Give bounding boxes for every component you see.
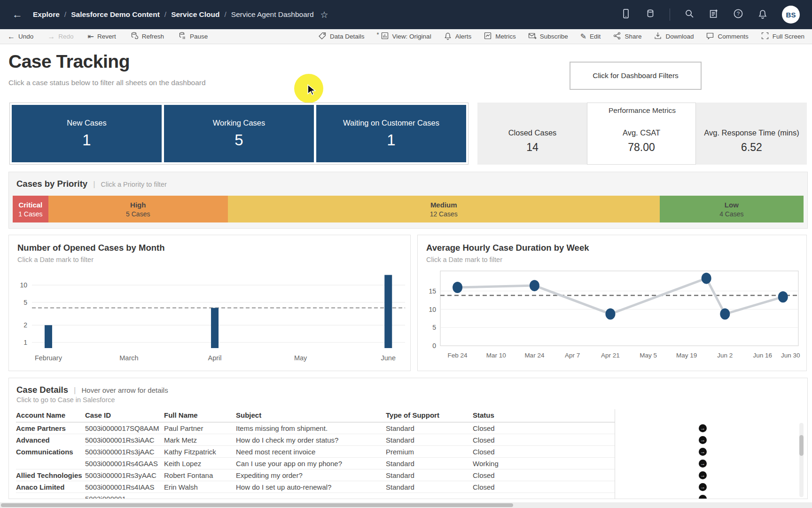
priority-segment-low[interactable]: Low4 Cases xyxy=(660,196,804,222)
cell-full-name: Erin Walsh xyxy=(164,481,236,493)
cell-case-id: 5003i000001Rs4IAAS xyxy=(85,481,164,493)
breadcrumb-project[interactable]: Salesforce Demo Content xyxy=(71,10,160,19)
svg-text:Jun 30: Jun 30 xyxy=(781,352,800,359)
cell-full-name: Keith Lopez xyxy=(164,458,236,469)
pause-icon xyxy=(178,32,187,41)
table-row[interactable]: Allied Technologies5003i000001Rs3yAACRob… xyxy=(16,469,798,481)
case-link-arrow-icon[interactable]: → xyxy=(699,460,707,468)
cell-type xyxy=(386,493,473,499)
case-link-arrow-icon[interactable]: → xyxy=(699,483,707,491)
card-value: 1 xyxy=(82,131,91,149)
notifications-bell-icon[interactable] xyxy=(757,8,768,21)
cell-status: Closed xyxy=(473,481,615,493)
priority-segment-high[interactable]: High5 Cases xyxy=(48,196,228,222)
download-button[interactable]: Download xyxy=(654,32,694,41)
data-details-button[interactable]: Data Details xyxy=(318,32,365,41)
point-jun-2[interactable] xyxy=(720,309,730,320)
svg-text:Jun 16: Jun 16 xyxy=(753,352,773,359)
bar-june[interactable] xyxy=(384,275,392,348)
case-link-arrow-icon[interactable]: → xyxy=(699,424,707,432)
dashboard-filters-button[interactable]: Click for Dashboard Filters xyxy=(570,62,702,90)
point-apr-21[interactable] xyxy=(605,309,615,320)
help-icon[interactable]: ? xyxy=(733,8,743,21)
data-source-icon[interactable] xyxy=(645,8,656,21)
svg-text:10: 10 xyxy=(20,281,27,289)
point-feb-24[interactable] xyxy=(453,282,462,293)
back-arrow-icon[interactable]: ← xyxy=(12,8,23,21)
svg-text:April: April xyxy=(208,354,222,362)
breadcrumb-workbook[interactable]: Service Cloud xyxy=(171,10,219,19)
cases-by-priority-panel: Cases by Priority | Click a Priority to … xyxy=(8,172,808,229)
case-duration-line-chart[interactable]: 051015Feb 24Mar 10Mar 24Apr 7Apr 21May 5… xyxy=(418,268,806,367)
point-may-26[interactable] xyxy=(702,273,711,284)
pencil-icon: ✎ xyxy=(580,33,586,40)
bar-february[interactable] xyxy=(45,325,52,348)
arrow-cell: → xyxy=(615,434,790,446)
col-account-name: Account Name xyxy=(16,409,85,422)
breadcrumb-separator: / xyxy=(225,10,226,19)
table-row[interactable]: Acme Partners5003i0000017SQ8AAMPaul Part… xyxy=(16,422,798,434)
refresh-button[interactable]: Refresh xyxy=(130,32,164,41)
breadcrumb-explore[interactable]: Explore xyxy=(33,10,60,19)
horizontal-scrollbar-thumb[interactable] xyxy=(1,503,513,507)
case-link-arrow-icon[interactable]: → xyxy=(699,436,707,444)
table-row[interactable]: 5003i000001Rs4GAASKeith LopezCan I use y… xyxy=(16,458,798,469)
point-jun-23[interactable] xyxy=(778,291,788,302)
table-vertical-scrollbar[interactable] xyxy=(799,423,804,497)
priority-segment-critical[interactable]: Critical1 Cases xyxy=(13,196,48,222)
comments-button[interactable]: Comments xyxy=(706,32,748,41)
cell-status: Closed xyxy=(473,422,615,434)
table-row[interactable]: 5003i000001...→ xyxy=(16,493,798,499)
full-screen-button[interactable]: Full Screen xyxy=(761,32,804,41)
cell-account: Advanced xyxy=(16,434,85,446)
undo-button[interactable]: ←Undo xyxy=(8,33,33,40)
breadcrumb-separator: / xyxy=(64,10,66,19)
table-scrollbar-thumb[interactable] xyxy=(799,435,804,456)
refresh-icon xyxy=(130,32,139,41)
pause-button[interactable]: Pause xyxy=(178,32,208,41)
svg-text:Mar 24: Mar 24 xyxy=(524,352,545,359)
case-link-arrow-icon[interactable]: → xyxy=(699,495,707,499)
cell-subject: How do I check my order status? xyxy=(236,434,386,446)
case-link-arrow-icon[interactable]: → xyxy=(699,448,707,456)
cell-status: Closed xyxy=(473,469,615,481)
whats-new-document-icon[interactable] xyxy=(709,8,719,21)
card-value: 5 xyxy=(234,131,243,149)
table-row[interactable]: Communications5003i000001Rs3jAACKathy Fi… xyxy=(16,446,798,458)
toolbar-right-group: Data Details *View: Original Alerts Metr… xyxy=(318,32,804,41)
search-icon[interactable] xyxy=(684,8,695,21)
share-button[interactable]: Share xyxy=(613,32,641,41)
case-link-arrow-icon[interactable]: → xyxy=(699,471,707,479)
point-mar-24[interactable] xyxy=(530,280,539,291)
line-chart-hint: Click a Date mark to filter xyxy=(418,253,806,263)
working-cases-card[interactable]: Working Cases 5 xyxy=(164,105,314,162)
view-original-button[interactable]: *View: Original xyxy=(377,32,431,41)
view-toolbar: ←Undo →Redo ⇤Revert Refresh Pause Data D… xyxy=(0,29,812,44)
subscribe-button[interactable]: Subscribe xyxy=(528,32,568,41)
title-divider: | xyxy=(74,386,76,395)
table-row[interactable]: Anaco Limited5003i000001Rs4IAASErin Wals… xyxy=(16,481,798,493)
favorite-star-icon[interactable]: ☆ xyxy=(320,9,328,20)
revert-button[interactable]: ⇤Revert xyxy=(88,33,116,40)
breadcrumb-current-view: Service Agent Dashboard xyxy=(231,10,314,19)
metrics-button[interactable]: Metrics xyxy=(484,32,516,41)
share-icon xyxy=(613,32,621,41)
new-cases-card[interactable]: New Cases 1 xyxy=(12,105,162,162)
user-avatar[interactable]: BS xyxy=(782,6,800,24)
waiting-on-customer-cases-card[interactable]: Waiting on Customer Cases 1 xyxy=(316,105,466,162)
topnav-right-icons: ? BS xyxy=(621,6,800,24)
alerts-button[interactable]: Alerts xyxy=(444,32,472,41)
cell-full-name: Robert Fontana xyxy=(164,469,236,481)
priority-segment-medium[interactable]: Medium12 Cases xyxy=(228,196,660,222)
table-row[interactable]: Advanced5003i000001Rs3iAACMark MetzHow d… xyxy=(16,434,798,446)
bar-april[interactable] xyxy=(211,308,219,348)
opened-cases-bar-chart[interactable]: 12510FebruaryMarchAprilMayJune xyxy=(9,268,410,368)
cell-case-id: 5003i000001Rs4GAAS xyxy=(85,458,164,469)
horizontal-scrollbar[interactable] xyxy=(0,502,812,508)
opened-cases-by-month-panel: Number of Opened Cases by Month Click a … xyxy=(8,235,411,371)
dashboard-subtitle: Click a case status below to filter all … xyxy=(8,79,206,87)
tag-icon xyxy=(318,32,327,41)
edit-button[interactable]: ✎Edit xyxy=(580,33,601,40)
device-preview-icon[interactable] xyxy=(621,8,631,21)
redo-button[interactable]: →Redo xyxy=(47,33,73,40)
